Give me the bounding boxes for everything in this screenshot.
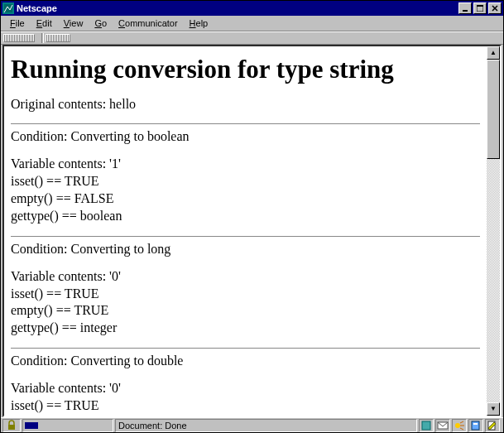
- divider: [11, 348, 480, 349]
- menu-edit[interactable]: Edit: [31, 17, 58, 29]
- status-icon-pane[interactable]: [435, 419, 450, 432]
- divider: [11, 123, 480, 124]
- gettype-line: gettype() == boolean: [11, 209, 480, 224]
- toolbar-grip[interactable]: [46, 34, 70, 42]
- svg-rect-4: [8, 425, 15, 430]
- original-contents: Original contents: hello: [11, 97, 480, 113]
- navigator-icon: [420, 420, 432, 431]
- svg-rect-3: [477, 5, 483, 7]
- menu-communicator[interactable]: Communicator: [113, 17, 184, 29]
- close-button[interactable]: [488, 2, 502, 14]
- menu-view[interactable]: View: [58, 17, 89, 29]
- chevron-down-icon: ▼: [490, 406, 497, 412]
- mail-icon: [437, 420, 449, 431]
- scroll-up-button[interactable]: ▲: [487, 46, 500, 60]
- isset-line: isset() == TRUE: [11, 398, 480, 414]
- status-icon-pane[interactable]: [419, 419, 434, 432]
- condition-line: Condition: Converting to boolean: [11, 129, 480, 145]
- chevron-up-icon: ▲: [490, 50, 497, 56]
- status-icon-pane[interactable]: [485, 419, 500, 432]
- scroll-thumb[interactable]: [487, 60, 500, 159]
- variable-contents: Variable contents: '1': [11, 156, 480, 172]
- client-area: Running conversion for type string Origi…: [2, 45, 502, 417]
- menu-help[interactable]: Help: [184, 17, 214, 29]
- toolbar-separator: [41, 33, 44, 43]
- security-pane[interactable]: [2, 419, 21, 432]
- scroll-down-button[interactable]: ▼: [487, 402, 500, 416]
- empty-line: empty() == FALSE: [11, 191, 480, 207]
- svg-rect-1: [463, 10, 468, 12]
- document-view: Running conversion for type string Origi…: [4, 46, 487, 416]
- svg-rect-8: [472, 421, 479, 430]
- gettype-line: gettype() == integer: [11, 320, 480, 336]
- scroll-track[interactable]: [487, 60, 500, 402]
- status-icon-pane[interactable]: [452, 419, 467, 432]
- composer-icon: [487, 420, 498, 431]
- condition-line: Condition: Converting to double: [11, 354, 480, 369]
- progress-indicator: [25, 422, 38, 429]
- empty-line: empty() == TRUE: [11, 303, 480, 319]
- menu-file[interactable]: File: [4, 17, 31, 29]
- status-message-pane: Document: Done: [115, 419, 417, 432]
- status-bar: Document: Done: [1, 417, 503, 432]
- toolbar-grip[interactable]: [3, 34, 35, 42]
- status-icon-pane[interactable]: [468, 419, 483, 432]
- status-message: Document: Done: [118, 421, 187, 431]
- title-bar: Netscape: [1, 1, 503, 16]
- window-title: Netscape: [17, 3, 457, 13]
- vertical-scrollbar[interactable]: ▲ ▼: [487, 46, 500, 416]
- page-heading: Running conversion for type string: [11, 55, 480, 85]
- condition-line: Condition: Converting to long: [11, 242, 480, 257]
- news-icon: [454, 420, 465, 431]
- menu-file-rest: ile: [16, 18, 25, 28]
- app-icon: [2, 2, 14, 14]
- minimize-button[interactable]: [458, 2, 472, 14]
- maximize-button[interactable]: [473, 2, 487, 14]
- menu-bar: File Edit View Go Communicator Help: [1, 16, 503, 31]
- progress-pane: [22, 419, 113, 432]
- divider: [11, 236, 480, 237]
- isset-line: isset() == TRUE: [11, 174, 480, 190]
- variable-contents: Variable contents: '0': [11, 269, 480, 285]
- svg-point-7: [455, 423, 460, 428]
- address-book-icon: [470, 420, 482, 431]
- svg-rect-9: [473, 423, 478, 425]
- variable-contents: Variable contents: '0': [11, 381, 480, 397]
- isset-line: isset() == TRUE: [11, 286, 480, 302]
- svg-rect-5: [422, 421, 430, 430]
- menu-go[interactable]: Go: [89, 17, 113, 29]
- lock-icon: [6, 420, 17, 431]
- toolbar-strip: [1, 31, 503, 45]
